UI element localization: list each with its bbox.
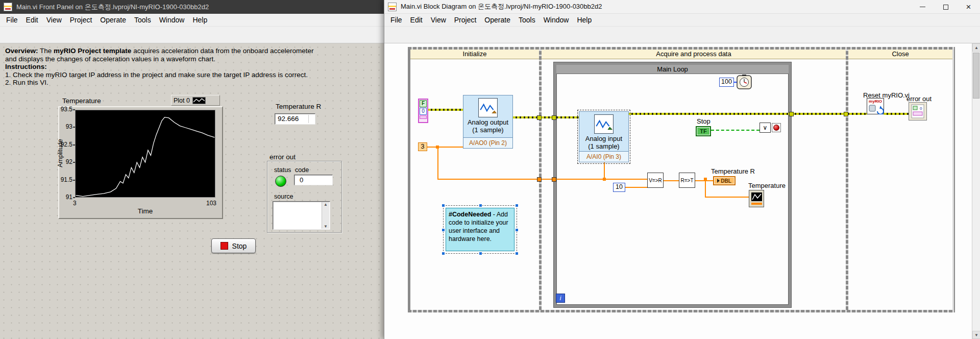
code-value-text: 0 — [300, 176, 303, 184]
analog-output-subtitle: (1 sample) — [472, 126, 503, 134]
menu-edit[interactable]: Edit — [406, 14, 427, 26]
scroll-down-icon[interactable]: ▼ — [324, 224, 328, 229]
vertical-scrollbar[interactable]: ▲ ▼ — [972, 43, 980, 339]
menu-operate[interactable]: Operate — [480, 14, 514, 26]
error-wire[interactable] — [629, 113, 867, 115]
error-wire[interactable] — [884, 113, 909, 115]
block-diagram-window: Main.vi Block Diagram on 온도측정.lvproj/NI-… — [384, 0, 980, 339]
menu-window[interactable]: Window — [540, 14, 573, 26]
selection-handle[interactable] — [479, 204, 482, 207]
error-out-icon: 0 — [909, 102, 927, 120]
error-tunnel — [789, 112, 794, 116]
frame-divider — [846, 50, 848, 310]
menu-project[interactable]: Project — [66, 14, 96, 26]
chart-plot-svg[interactable] — [75, 110, 215, 198]
menu-tools[interactable]: Tools — [514, 14, 540, 26]
wait-timer-icon — [737, 74, 752, 89]
selection-handle[interactable] — [515, 204, 519, 207]
reset-myrio-node[interactable]: myRIO — [867, 98, 884, 116]
menu-window[interactable]: Window — [155, 14, 189, 26]
overview-mid: The — [38, 47, 54, 55]
analog-input-title: Analog input(1 sample) — [579, 135, 628, 150]
menu-file[interactable]: File — [2, 14, 22, 26]
chart-ylabel: Amplitude — [57, 123, 64, 184]
chart-xlabel: Time — [75, 207, 215, 215]
main-loop-label: Main Loop — [556, 65, 789, 74]
temperature-r-terminal[interactable]: DBL — [713, 176, 736, 185]
error-out-indicator[interactable]: 0 — [909, 102, 927, 123]
menu-tools[interactable]: Tools — [130, 14, 155, 26]
ytick-3: 92 — [54, 158, 72, 165]
or-gate-node[interactable]: ∨ — [760, 123, 771, 133]
temperature-r-value[interactable]: 92.666 — [275, 113, 315, 125]
code-value[interactable]: 0 — [294, 175, 333, 185]
selection-handle[interactable] — [515, 252, 519, 255]
dbl-wire[interactable] — [625, 187, 647, 188]
scroll-down-icon[interactable]: ▼ — [972, 331, 980, 339]
plot-legend[interactable]: Plot 0 — [171, 95, 220, 106]
menu-help[interactable]: Help — [188, 14, 211, 26]
analog-input-channel[interactable]: A/AI0 (Pin 3) — [579, 151, 628, 162]
menu-edit[interactable]: Edit — [22, 14, 42, 26]
analog-output-node[interactable]: Analog output(1 sample) A/AO0 (Pin 2) — [463, 95, 513, 149]
dbl-wire[interactable] — [705, 197, 749, 198]
close-button[interactable]: × — [957, 0, 980, 14]
dbl-wire[interactable] — [604, 162, 605, 179]
maximize-button[interactable] — [934, 0, 957, 14]
wait-ms-constant[interactable]: 100 — [719, 78, 734, 87]
volts-to-reading-node[interactable]: V=>R — [647, 173, 664, 188]
menu-file[interactable]: File — [386, 14, 406, 26]
source-scrollbar[interactable]: ▲ ▼ — [322, 202, 329, 229]
code-needed-comment[interactable]: #CodeNeeded - Add code to initialize you… — [446, 208, 514, 251]
selection-handle[interactable] — [442, 204, 445, 207]
menu-project[interactable]: Project — [450, 14, 481, 26]
selection-handle[interactable] — [442, 252, 445, 255]
selection-handle[interactable] — [515, 228, 519, 232]
chart-label: Temperature — [62, 97, 101, 105]
loop-iteration-terminal[interactable]: i — [556, 294, 565, 303]
analog-output-channel[interactable]: A/AO0 (Pin 2) — [463, 137, 512, 148]
menu-help[interactable]: Help — [573, 14, 596, 26]
dbl-wire[interactable] — [437, 147, 438, 179]
loop-condition-terminal[interactable] — [772, 123, 781, 132]
stop-terminal[interactable]: TF — [696, 126, 711, 136]
boolean-wire[interactable] — [711, 130, 760, 131]
analog-input-node[interactable]: Analog input(1 sample) A/AI0 (Pin 3) — [579, 111, 629, 162]
front-panel-titlebar: Main.vi Front Panel on 온도측정.lvproj/NI-my… — [0, 0, 384, 14]
error-out-cluster: status code 0 source ▲ ▼ — [267, 161, 342, 233]
front-panel-window: Main.vi Front Panel on 온도측정.lvproj/NI-my… — [0, 0, 384, 339]
wire-junction — [704, 178, 707, 181]
menu-view[interactable]: View — [427, 14, 450, 26]
dbl-wire[interactable] — [705, 180, 706, 197]
waveform-chart-icon — [749, 190, 764, 207]
menu-operate[interactable]: Operate — [96, 14, 130, 26]
scroll-up-icon[interactable]: ▲ — [972, 43, 980, 52]
indicator-arrow-icon — [717, 179, 720, 183]
minimize-button[interactable] — [911, 0, 934, 14]
source-value[interactable]: ▲ ▼ — [273, 201, 330, 230]
dbl-wire[interactable] — [437, 179, 647, 180]
selection-handle[interactable] — [442, 228, 445, 232]
block-diagram-toolbar: ▶ ↻ ⊙ 15pt Application Font ▼ ⊞▼ ≡▼ ❏▼ ⌂… — [384, 27, 980, 43]
scroll-up-icon[interactable]: ▲ — [324, 202, 328, 207]
selection-handle[interactable] — [479, 252, 482, 255]
dbl-wire[interactable] — [427, 147, 463, 148]
scrollbar-thumb[interactable] — [973, 53, 979, 99]
ytick-5: 91 — [54, 193, 72, 201]
flat-sequence-structure[interactable]: Initialize Acquire and process data Clos… — [408, 47, 955, 312]
dbl-wire[interactable] — [664, 180, 679, 181]
front-panel-toolbar: ▶ ↻ 15pt Application Font ▼ ⊞▼ ≡▼ ❏▼ ▼ S… — [0, 27, 384, 43]
stop-terminal-label: Stop — [697, 117, 710, 125]
constant-3[interactable]: 3 — [418, 142, 427, 151]
error-cluster-constant[interactable]: F 0 — [418, 99, 428, 123]
code-label: code — [295, 166, 309, 174]
constant-10[interactable]: 10 — [613, 183, 625, 192]
reading-to-temp-node[interactable]: R=>T — [679, 173, 695, 188]
menu-view[interactable]: View — [42, 14, 66, 26]
stop-button[interactable]: Stop — [211, 238, 256, 253]
dbl-tunnel — [537, 177, 542, 182]
error-wire[interactable] — [428, 109, 463, 111]
temperature-chart-terminal[interactable] — [749, 190, 764, 209]
error-wire[interactable] — [513, 116, 579, 118]
wait-timer-node[interactable] — [737, 74, 752, 91]
